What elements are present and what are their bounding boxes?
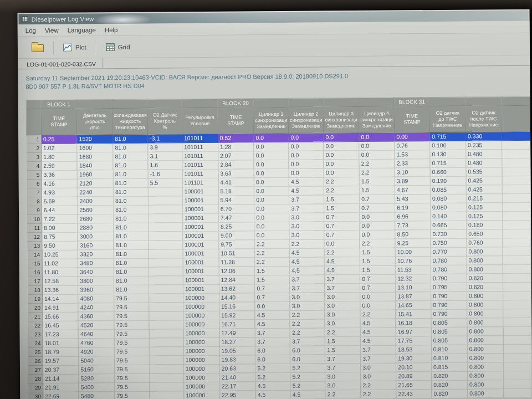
grid-cell[interactable]: 0.100 [430, 141, 466, 150]
row-number-cell[interactable]: 9 [27, 206, 42, 214]
grid-cell[interactable]: 3.7 [290, 337, 325, 346]
row-number-cell[interactable]: 5 [27, 170, 42, 179]
grid-cell[interactable]: 3.7 [290, 275, 325, 284]
grid-cell[interactable]: 4640 [78, 330, 114, 339]
grid-cell[interactable] [149, 329, 183, 338]
grid-cell[interactable]: 0.715 [430, 158, 466, 167]
grid-cell[interactable]: 3.7 [325, 283, 360, 292]
grid-cell[interactable]: 1.80 [42, 152, 78, 161]
grid-cell[interactable]: 5.2 [290, 364, 325, 372]
grid-cell[interactable]: 10.76 [395, 257, 431, 265]
column-header[interactable]: O2 датчикдо TWCНапряжение [429, 106, 466, 132]
grid-cell[interactable]: 21.65 [396, 381, 432, 390]
grid-cell[interactable] [149, 232, 183, 241]
grid-cell[interactable]: 4.5 [290, 390, 325, 399]
grid-cell[interactable]: 8.50 [395, 230, 431, 239]
grid-cell[interactable]: 12.32 [396, 274, 431, 283]
grid-cell[interactable]: 100000 [183, 337, 219, 346]
grid-cell[interactable]: 10.00 [395, 248, 431, 257]
grid-cell[interactable]: 2880 [78, 223, 114, 232]
grid-cell[interactable]: 0.480 [466, 150, 502, 158]
grid-cell[interactable]: 5480 [79, 392, 115, 399]
grid-cell[interactable]: 0.650 [467, 229, 503, 238]
grid-cell[interactable]: 3.7 [255, 337, 290, 346]
grid-cell[interactable]: 8.25 [218, 222, 254, 231]
grid-cell[interactable]: 5.18 [218, 187, 254, 196]
grid-cell[interactable]: 22.43 [396, 390, 432, 398]
grid-cell[interactable]: 0.0 [254, 195, 289, 204]
grid-cell[interactable] [502, 193, 530, 202]
grid-cell[interactable]: 4.5 [255, 319, 290, 328]
grid-cell[interactable]: 17.49 [219, 329, 255, 337]
grid-cell[interactable]: 2120 [78, 179, 114, 188]
grid-cell[interactable]: 14.40 [219, 293, 255, 302]
grid-cell[interactable]: 0.7 [360, 283, 396, 292]
grid-cell[interactable]: 0.0 [254, 160, 289, 168]
grid-cell[interactable]: 7.22 [42, 214, 78, 223]
grid-cell[interactable]: 21.14 [43, 374, 79, 383]
grid-cell[interactable]: 15.92 [219, 311, 255, 320]
row-number-cell[interactable]: 24 [28, 339, 43, 347]
grid-cell[interactable]: 3960 [78, 285, 114, 294]
menu-item-view[interactable]: View [42, 25, 64, 35]
grid-cell[interactable]: 1.6 [148, 161, 182, 170]
grid-cell[interactable]: 15.16 [219, 302, 255, 311]
grid-cell[interactable]: 0.800 [467, 265, 503, 274]
grid-cell[interactable]: 2.2 [324, 186, 360, 195]
row-number-cell[interactable]: 8 [27, 197, 42, 206]
grid-cell[interactable]: 13.87 [396, 292, 431, 301]
grid-cell[interactable] [502, 211, 530, 220]
grid-cell[interactable]: 13.10 [396, 283, 431, 292]
grid-cell[interactable]: 101011 [182, 160, 218, 169]
grid-cell[interactable] [502, 140, 530, 149]
grid-cell[interactable]: 0.815 [431, 362, 467, 371]
grid-cell[interactable]: 100001 [183, 267, 219, 275]
grid-cell[interactable]: 81.0 [114, 249, 149, 258]
grid-cell[interactable]: 100000 [183, 311, 219, 320]
grid-cell[interactable] [150, 374, 184, 382]
grid-cell[interactable] [149, 320, 183, 329]
grid-cell[interactable]: 0.820 [432, 371, 468, 380]
grid-cell[interactable]: 0.125 [466, 203, 502, 212]
grid-cell[interactable]: 2.2 [325, 390, 361, 398]
grid-cell[interactable]: 0.780 [431, 256, 467, 265]
grid-cell[interactable]: 3800 [78, 277, 114, 285]
row-number-cell[interactable]: 11 [27, 223, 42, 232]
grid-cell[interactable] [503, 291, 531, 300]
grid-cell[interactable]: 0.0 [254, 142, 289, 151]
grid-cell[interactable]: 0.800 [467, 309, 503, 318]
grid-cell[interactable]: 0.800 [467, 354, 503, 362]
grid-cell[interactable]: 79.5 [114, 303, 149, 311]
grid-cell[interactable]: 3.0 [290, 293, 325, 301]
grid-cell[interactable]: 4.41 [218, 178, 254, 187]
grid-cell[interactable]: 6.44 [42, 206, 78, 214]
grid-cell[interactable]: 0.0 [360, 292, 396, 301]
grid-cell[interactable]: 100000 [183, 355, 219, 364]
column-header[interactable]: O2 ДатчикКонтроль% [147, 108, 182, 134]
grid-cell[interactable] [148, 196, 182, 205]
grid-cell[interactable]: 2560 [78, 206, 114, 214]
row-number-cell[interactable]: 30 [28, 392, 43, 399]
grid-cell[interactable]: 6.0 [255, 355, 290, 364]
grid-cell[interactable] [148, 187, 182, 196]
grid-cell[interactable]: 3.0 [325, 381, 361, 390]
grid-cell[interactable]: 18.27 [219, 337, 255, 346]
grid-cell[interactable] [149, 267, 183, 276]
grid-cell[interactable]: 0.660 [430, 167, 466, 176]
grid-cell[interactable]: 101011 [182, 134, 218, 142]
grid-cell[interactable]: 0.0 [289, 160, 324, 168]
grid-cell[interactable]: 81.0 [114, 214, 149, 223]
grid-cell[interactable]: 16.45 [43, 321, 79, 330]
row-number-cell[interactable]: 26 [28, 356, 43, 365]
grid-cell[interactable]: 0.750 [431, 238, 467, 247]
grid-cell[interactable]: 4240 [78, 303, 114, 312]
grid-cell[interactable]: 81.0 [114, 267, 149, 276]
grid-cell[interactable]: 0.140 [431, 212, 467, 221]
grid-cell[interactable] [502, 229, 530, 238]
grid-cell[interactable]: 1840 [77, 161, 113, 170]
grid-cell[interactable]: 0.0 [254, 204, 289, 213]
grid-cell[interactable]: 100001 [182, 196, 218, 204]
grid-cell[interactable]: 101011 [182, 151, 218, 160]
grid-cell[interactable]: 0.0 [359, 132, 395, 141]
grid-cell[interactable]: 3.7 [289, 204, 324, 213]
